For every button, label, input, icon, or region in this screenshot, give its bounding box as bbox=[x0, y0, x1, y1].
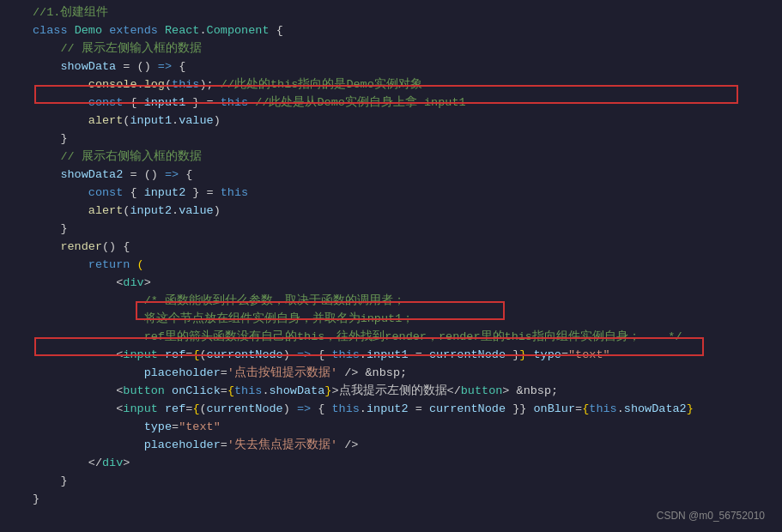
code-editor: //1.创建组件 class Demo extends React.Compon… bbox=[0, 0, 782, 532]
code-content: //1.创建组件 class Demo extends React.Compon… bbox=[0, 0, 782, 532]
watermark: CSDN @m0_56752010 bbox=[657, 510, 765, 522]
code-pre: //1.创建组件 class Demo extends React.Compon… bbox=[0, 3, 782, 508]
